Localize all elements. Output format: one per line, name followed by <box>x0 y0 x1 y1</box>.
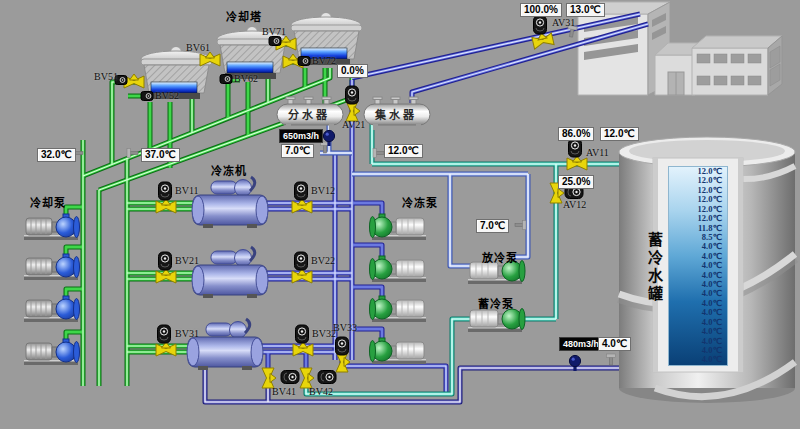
actuator-bv32[interactable] <box>296 325 309 343</box>
actuator-av11[interactable] <box>569 139 582 157</box>
av12-opening-value: 25.0% <box>558 175 594 189</box>
valve-label-bv33: BV33 <box>333 322 357 333</box>
tank-temp-row: 4.0℃ <box>669 355 727 364</box>
actuator-bv21[interactable] <box>159 252 172 270</box>
actuator-av31[interactable] <box>534 16 547 34</box>
discharge-pump-title: 放冷泵 <box>482 249 518 265</box>
valve-label-bv51: BV51 <box>94 71 118 82</box>
valve-label-bv62: BV62 <box>234 73 258 84</box>
tank-outlet-temp-value: 4.0℃ <box>598 337 631 351</box>
cooling-pumps-title: 冷却泵 <box>30 194 66 210</box>
valve-label-av21: AV21 <box>342 119 365 130</box>
valve-label-bv52: BV52 <box>155 90 179 101</box>
actuator-bv12[interactable] <box>295 182 308 200</box>
actuator-bv33[interactable] <box>336 337 349 355</box>
hmi-screen: 冷却塔 冷冻机 冷却泵 冷冻泵 放冷泵 蓄冷泵 分水器 集水器 BV51 BV5… <box>0 0 800 429</box>
tank-label: 蓄冷水罐 <box>644 232 665 304</box>
valve-label-av31: AV31 <box>552 17 575 28</box>
chilled-pumps-title: 冷冻泵 <box>402 194 438 210</box>
cooling-supply-temp-value: 37.0℃ <box>141 148 180 162</box>
tank-outlet-flow-value: 480m3/h <box>559 337 603 351</box>
actuator-bv71[interactable] <box>269 37 281 46</box>
valve-label-bv12: BV12 <box>311 185 335 196</box>
valve-label-av12: AV12 <box>563 199 586 210</box>
plant-building-low <box>692 36 782 95</box>
cooling-return-temp-value: 32.0℃ <box>37 148 76 162</box>
valve-label-bv71: BV71 <box>262 26 286 37</box>
valve-label-av11: AV11 <box>586 147 609 158</box>
chiller-title: 冷冻机 <box>211 162 247 178</box>
av31-opening-value: 100.0% <box>520 3 562 17</box>
actuator-bv62[interactable] <box>220 75 232 84</box>
load-supply-temp-value: 13.0℃ <box>566 3 605 17</box>
valve-label-bv21: BV21 <box>175 255 199 266</box>
av11-opening-value: 86.0% <box>558 127 594 141</box>
cooling-tower-title: 冷却塔 <box>226 8 262 24</box>
discharge-supply-temp-value: 7.0℃ <box>476 219 509 233</box>
valve-label-bv22: BV22 <box>311 255 335 266</box>
distributor-temp-value: 7.0℃ <box>281 144 314 158</box>
actuator-av21[interactable] <box>346 86 359 104</box>
actuator-bv11[interactable] <box>159 182 172 200</box>
valve-label-bv41: BV41 <box>272 386 296 397</box>
valve-label-bv11: BV11 <box>175 185 199 196</box>
actuator-bv31[interactable] <box>158 325 171 343</box>
chilled-pump-1[interactable] <box>370 214 427 240</box>
charge-pump[interactable] <box>468 309 525 333</box>
distributor-label: 分水器 <box>288 106 330 122</box>
valve-label-bv61: BV61 <box>186 42 210 53</box>
chilled-pump-4[interactable] <box>370 338 427 364</box>
tank-temperature-strip: 12.0℃12.0℃12.0℃12.0℃12.0℃12.0℃11.8℃8.5℃4… <box>668 166 728 366</box>
chilled-pump-3[interactable] <box>370 296 427 322</box>
valve-label-bv42: BV42 <box>309 386 333 397</box>
charge-pump-title: 蓄冷泵 <box>478 295 514 311</box>
av21-opening-value: 0.0% <box>337 64 368 78</box>
chilled-pump-2[interactable] <box>370 256 427 282</box>
actuator-bv42[interactable] <box>318 371 336 384</box>
valve-label-bv31: BV31 <box>175 328 199 339</box>
actuator-bv41[interactable] <box>281 371 299 384</box>
valve-label-bv72: BV72 <box>312 55 336 66</box>
actuator-bv52[interactable] <box>141 92 153 101</box>
actuator-bv22[interactable] <box>295 252 308 270</box>
tank-inlet-temp-value: 12.0℃ <box>600 127 639 141</box>
collector-temp-value: 12.0℃ <box>384 144 423 158</box>
distributor-flow-value: 650m3/h <box>279 129 323 143</box>
collector-label: 集水器 <box>375 106 417 122</box>
actuator-bv72[interactable] <box>298 57 310 66</box>
